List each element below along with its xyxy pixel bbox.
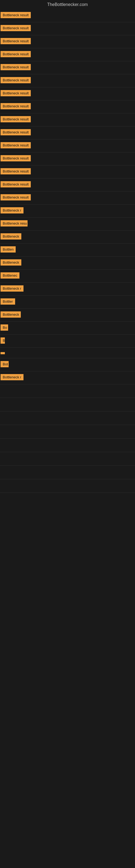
bottleneck-label[interactable]: Bottleneck xyxy=(1,311,21,318)
empty-row xyxy=(0,398,135,411)
bottleneck-label[interactable]: Bottleneck r xyxy=(1,374,24,380)
bottleneck-label[interactable]: Bottleneck result xyxy=(1,129,31,135)
empty-row xyxy=(0,425,135,439)
bottleneck-label[interactable]: Bottleneck result xyxy=(1,168,31,175)
bottleneck-label[interactable]: Bottleneck result xyxy=(1,194,31,200)
empty-row xyxy=(0,384,135,398)
empty-row xyxy=(0,466,135,479)
bottleneck-label[interactable]: Bottleneck result xyxy=(1,90,31,96)
bottleneck-row: Bottleneck result xyxy=(0,87,135,100)
bottleneck-row: Bottleneck xyxy=(0,309,135,322)
bottleneck-row: Bottleneck result xyxy=(0,9,135,22)
bottleneck-row: Bottleneck result xyxy=(0,140,135,152)
bottleneck-label[interactable]: B xyxy=(1,337,5,344)
bottleneck-label[interactable]: Bottleneck result xyxy=(1,51,31,57)
site-title: TheBottlenecker.com xyxy=(0,0,135,9)
bottleneck-row: Bottleneck result xyxy=(0,126,135,140)
bottleneck-label[interactable]: Bottleneck r xyxy=(1,285,24,291)
bottleneck-label[interactable]: Bottleneck result xyxy=(1,103,31,109)
bottleneck-row: Bottleneck result xyxy=(0,165,135,179)
bottleneck-row: Bottler xyxy=(0,296,135,309)
bottleneck-label[interactable]: Bottleneck result xyxy=(1,38,31,44)
empty-row xyxy=(0,411,135,425)
bottleneck-label[interactable]: Bottleneck result xyxy=(1,142,31,148)
bottleneck-label[interactable]: Bottleneck result xyxy=(1,12,31,18)
bottleneck-label[interactable]: Bottlen xyxy=(1,246,16,252)
bottleneck-label[interactable]: Bottler xyxy=(1,299,15,305)
bottleneck-row: Bottleneck result xyxy=(0,22,135,35)
bottleneck-row: Bottleneck r xyxy=(0,371,135,384)
bottleneck-label[interactable]: Bottleneck resu xyxy=(1,220,28,226)
bottleneck-label[interactable]: Bottlenec xyxy=(1,272,19,279)
bottleneck-label[interactable]: Bottleneck result xyxy=(1,64,31,70)
page-container: TheBottlenecker.com Bottleneck resultBot… xyxy=(0,0,135,868)
bottleneck-row: Bottleneck result xyxy=(0,48,135,61)
bottleneck-row: Bottleneck result xyxy=(0,61,135,74)
bottleneck-label[interactable]: Bottleneck result xyxy=(1,155,31,161)
bottleneck-row: Bottleneck resu xyxy=(0,218,135,230)
bottleneck-row: Bottlenec xyxy=(0,270,135,283)
bottleneck-row: Bottleneck result xyxy=(0,179,135,191)
empty-row xyxy=(0,439,135,452)
bottleneck-label[interactable]: Bottleneck xyxy=(1,233,21,240)
bottleneck-row: Bot xyxy=(0,358,135,371)
items-list: Bottleneck resultBottleneck resultBottle… xyxy=(0,9,135,493)
empty-row xyxy=(0,479,135,493)
bottleneck-label[interactable]: Bo xyxy=(1,324,8,331)
bottleneck-label[interactable]: Bot xyxy=(1,361,9,367)
bottleneck-row: Bottleneck r xyxy=(0,283,135,296)
bottleneck-row: Bottleneck result xyxy=(0,100,135,113)
bottleneck-label[interactable]: Bottleneck result xyxy=(1,25,31,31)
bottleneck-row: Bottleneck result xyxy=(0,35,135,48)
bottleneck-row: Bottleneck result xyxy=(0,191,135,205)
bottleneck-label[interactable]: Bottleneck result xyxy=(1,181,31,187)
bottleneck-label[interactable]: Bottleneck xyxy=(1,259,21,266)
bottleneck-row: Bo xyxy=(0,322,135,335)
bottleneck-row: Bottleneck xyxy=(0,257,135,270)
bottleneck-row: Bottleneck result xyxy=(0,113,135,126)
bottleneck-label[interactable]: Bottleneck r xyxy=(1,207,24,214)
empty-row xyxy=(0,452,135,466)
bottleneck-label[interactable]: Bottleneck result xyxy=(1,77,31,83)
bottleneck-row: Bottleneck result xyxy=(0,152,135,165)
bottleneck-row: Bottleneck result xyxy=(0,74,135,87)
bottleneck-row: Bottlen xyxy=(0,244,135,257)
bottleneck-label[interactable] xyxy=(1,352,5,354)
bottleneck-label[interactable]: Bottleneck result xyxy=(1,116,31,122)
bottleneck-row xyxy=(0,348,135,358)
bottleneck-row: B xyxy=(0,335,135,348)
bottleneck-row: Bottleneck xyxy=(0,230,135,244)
bottleneck-row: Bottleneck r xyxy=(0,205,135,218)
